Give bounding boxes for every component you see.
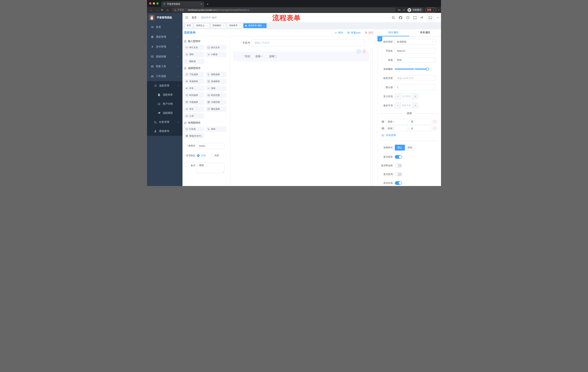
avatar-caret-icon[interactable]: ▾ [438,17,439,19]
component-item-按钮[interactable]: 按钮 [206,126,226,132]
github-icon[interactable] [399,16,402,20]
address-bar[interactable]: 不安全 dashboard.yudao.iocoder.cn/bpm/manag… [172,8,396,12]
browser-tab[interactable]: 芋道管理系统 × [161,1,204,7]
sidebar-item-首页[interactable]: 首页 [147,22,182,32]
switch-是否禁用[interactable] [395,172,402,176]
component-item-密码[interactable]: 密码 [184,52,204,57]
form-remark-textarea[interactable]: 嘿嘿 [197,163,224,173]
component-item-日期选择[interactable]: 日期选择 [184,99,204,105]
new-tab-button[interactable]: + [207,2,209,7]
sidebar-item-系统管理[interactable]: 系统管理 [147,32,182,42]
component-item-开关[interactable]: 开关 [184,85,204,91]
browser-menu-icon[interactable]: ⋮ [432,9,435,11]
prop-input-标签宽度[interactable]: 请输入标签宽度 [395,75,436,81]
update-button[interactable]: 更新 ⋮ [425,8,436,12]
option-value-input[interactable]: 男 [409,119,431,125]
sidebar-item-研发工具[interactable]: 研发工具 [147,62,182,71]
remove-option-button[interactable] [433,120,436,123]
sidebar-item-流程表单[interactable]: 流程表单 [147,90,182,99]
sidebar-item-请假查询[interactable]: 请假查询 [147,127,182,136]
component-item-多行文本[interactable]: 多行文本 [206,45,226,50]
chrome-caret-icon[interactable]: ▾ [438,9,439,11]
remove-option-button[interactable] [433,127,436,130]
prop-input-默认值[interactable]: 1 [395,85,436,90]
font-size-icon[interactable]: TT [420,16,423,19]
prop-select-组件类型[interactable]: 多选框组 [395,39,436,45]
status-radio-on[interactable]: 开启 [197,154,206,157]
macos-traffic-lights[interactable] [147,0,161,7]
back-button[interactable]: ← [149,8,154,11]
checkbox-icon[interactable] [252,55,254,58]
prop-slider-表单栅格[interactable] [395,66,428,72]
resize-handle[interactable] [222,171,224,173]
canvas-scrollbar[interactable] [370,48,373,186]
phone-field-row[interactable]: *手机号 请输入手机号 [230,40,377,46]
checkbox-option-选项二[interactable]: 选项二 [265,55,277,58]
clear-button[interactable]: 清空 [365,31,373,34]
component-item-级联选择[interactable]: 级联选择 [206,72,226,77]
forward-button[interactable]: → [154,8,159,11]
prop-input-标题[interactable]: 性别 [395,57,436,63]
home-button[interactable]: ⌂ [165,8,170,12]
minimize-window-button[interactable] [153,2,155,5]
switch-是否必填[interactable] [395,181,402,185]
slider-handle[interactable] [426,68,429,71]
stepper-input[interactable]: 至少应选 [401,94,412,99]
sidebar-item-流程管理[interactable]: 流程管理 [147,81,182,90]
close-tab-icon[interactable]: × [200,3,203,5]
reload-button[interactable]: ↻ [160,8,165,12]
tab-表单属性[interactable]: 表单属性 [409,29,441,36]
stepper-decrease-button[interactable]: − [395,94,401,99]
route-tab-流程定义[interactable]: 流程定义× [194,23,209,28]
add-option-button[interactable]: 添加选项 [381,134,441,137]
option-label-input[interactable]: 选项二 [386,126,408,131]
help-icon[interactable]: ? [406,16,410,19]
save-button[interactable]: 保存 [334,31,343,34]
component-item-计数器[interactable]: 123计数器 [206,52,226,57]
component-item-评分[interactable]: 评分 [184,106,204,112]
form-name-input[interactable]: biubiu [197,143,224,149]
switch-是否带边框[interactable] [395,164,402,167]
stepper-decrease-button[interactable]: − [395,103,401,108]
sidebar-item-基础设施[interactable]: 基础设施 [147,52,182,62]
component-item-单行文本[interactable]: 单行文本 [184,45,204,50]
delete-component-button[interactable] [362,49,366,53]
component-item-单选框组[interactable]: 单选框组 [184,79,204,84]
status-radio-off[interactable]: 关闭 [210,154,219,157]
stepper-input[interactable]: 最多可选 [401,103,412,108]
gender-field-block-selected[interactable]: *性别 选项一选项二 [233,52,369,61]
maximize-window-button[interactable] [157,2,159,5]
slider-track[interactable] [395,69,428,70]
search-icon[interactable] [392,16,395,19]
sidebar-item-工作流程[interactable]: 工作流程 [147,71,182,81]
form-canvas[interactable]: *手机号 请输入手机号 *性别 选项一选项二 [230,36,377,186]
route-tab-流程表单[interactable]: 流程表单× [227,23,242,28]
close-tab-icon[interactable]: × [206,25,207,27]
stepper-increase-button[interactable]: + [412,103,418,108]
close-tab-icon[interactable]: × [239,25,240,27]
phone-field-input[interactable]: 请输入手机号 [252,40,365,46]
close-tab-icon[interactable]: × [223,25,224,27]
component-item-编辑器[interactable]: 编辑器 [184,59,204,64]
option-value-input[interactable]: 女 [409,126,431,131]
component-item-时间范围[interactable]: 时间范围 [206,93,226,98]
style-button-默认[interactable]: 默认 [395,145,405,150]
checkbox-icon[interactable] [265,55,268,58]
component-item-表格[开发中][interactable]: 表格[开发中] [184,133,204,139]
route-tab-流程模型[interactable]: 流程模型× [210,23,226,28]
sidebar-item-用户分组[interactable]: 用户分组 [147,99,182,108]
option-label-input[interactable]: 选项一 [386,119,408,125]
collapse-sidebar-icon[interactable] [185,16,189,19]
avatar[interactable] [427,14,434,21]
breadcrumb-home[interactable]: 首页 [192,16,197,19]
password-key-icon[interactable] [398,9,401,11]
route-tab-首页[interactable]: 首页 [185,23,193,28]
switch-显示标签[interactable] [395,155,402,159]
bookmark-star-icon[interactable]: ☆ [403,8,405,12]
view-json-button[interactable]: 查看json [347,31,361,34]
stepper-increase-button[interactable]: + [412,94,418,99]
tab-组件属性[interactable]: 组件属性 [378,29,409,36]
component-item-下拉选择[interactable]: 下拉选择 [184,72,204,77]
checkbox-option-选项一[interactable]: 选项一 [252,55,263,58]
close-window-button[interactable] [149,2,151,5]
